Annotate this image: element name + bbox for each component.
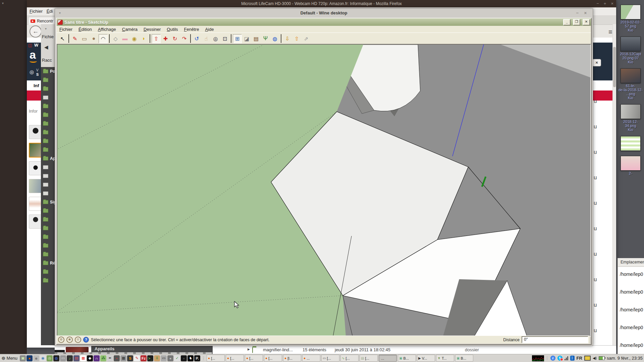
window-button[interactable]: ▶ V... <box>417 355 435 362</box>
horse-icon[interactable]: ♞ <box>187 355 194 361</box>
sidebar-item[interactable]: Ap <box>41 154 55 163</box>
sketchup-maximize-button[interactable]: ❐ <box>573 19 580 25</box>
sidebar-item[interactable] <box>41 84 55 93</box>
get-current-view-button[interactable]: ⊞ <box>233 34 242 43</box>
video-editor-icon[interactable]: ▤ <box>73 355 79 361</box>
sidebar-item[interactable] <box>41 180 55 189</box>
sidebar-item[interactable]: Sig <box>41 198 55 206</box>
amazon-logo[interactable]: a <box>30 50 37 63</box>
wine-caret-icon[interactable]: ▾ <box>59 9 61 17</box>
product-thumbnail[interactable] <box>29 125 42 139</box>
firefox-maximize-button[interactable]: + <box>604 0 606 7</box>
help-icon[interactable]: ? <box>83 337 89 343</box>
menu-button[interactable]: Menu <box>7 356 18 361</box>
battery-icon[interactable] <box>599 356 605 360</box>
sketchup-menu-item[interactable]: Caméra <box>122 27 138 32</box>
sidebar-item[interactable] <box>41 93 55 102</box>
path-cell[interactable]: /home/lep0 <box>618 302 644 320</box>
eraser-tool[interactable]: ▬ <box>120 34 129 43</box>
desktop-icon[interactable]: 2018-12- 34.png Kio <box>618 104 644 132</box>
volume-icon[interactable]: ◀) <box>593 356 597 360</box>
page-scrollbar[interactable] <box>612 24 616 348</box>
product-thumbnail[interactable] <box>29 197 42 211</box>
console-icon[interactable]: ▪ <box>114 355 120 361</box>
toolbar-separator[interactable] <box>68 34 69 43</box>
wine-minimize-button[interactable]: − <box>576 9 579 17</box>
sketchup-close-button[interactable]: ✕ <box>583 19 590 25</box>
geolocation-icon[interactable]: ◍ <box>58 337 64 343</box>
push-pull-tool[interactable]: ⇧ <box>152 34 161 43</box>
disc-burner-icon[interactable]: ◎ <box>47 355 53 361</box>
sidebar-item[interactable] <box>41 111 55 119</box>
sidebar-item[interactable] <box>41 76 55 84</box>
sketchup-menu-item[interactable]: Affichage <box>98 27 116 32</box>
display-settings-icon[interactable] <box>584 356 591 361</box>
firefox-minimize-button[interactable]: − <box>596 0 599 7</box>
category-tab-label[interactable]: Inf <box>34 83 39 88</box>
terminal2-icon[interactable]: >_ <box>147 355 153 361</box>
rotate-tool[interactable]: ↻ <box>170 34 179 43</box>
desktop-icon[interactable]: 2018-12Capt 20.png 07 Kio <box>618 37 644 64</box>
follow-me-tool[interactable]: ↷ <box>180 34 189 43</box>
toolbar-separator[interactable] <box>109 34 110 43</box>
music-player-icon[interactable]: ♪ <box>67 355 73 361</box>
sphere-icon[interactable]: ● <box>167 355 173 361</box>
window-button[interactable]: ● [l... <box>283 355 301 362</box>
file-manager-shortcuts-label[interactable]: Racc <box>42 58 52 63</box>
desktop-icon[interactable] <box>618 136 644 152</box>
window-button[interactable]: ▤ [... <box>360 355 378 362</box>
sidebar-item[interactable] <box>41 119 55 128</box>
package-icon[interactable]: ⇩ <box>154 355 160 361</box>
window-button[interactable]: ▣ B... <box>398 355 416 362</box>
robot-icon[interactable]: ☻ <box>33 355 39 361</box>
product-thumbnail[interactable] <box>29 215 42 229</box>
product-thumbnail[interactable] <box>29 161 42 175</box>
paint-bucket-tool[interactable]: ◗ <box>139 34 148 43</box>
sidebar-item[interactable] <box>41 267 55 276</box>
sidebar-item[interactable] <box>41 276 55 285</box>
skype-icon[interactable]: S <box>557 356 562 361</box>
file-manager-caret-icon[interactable]: ▾ <box>45 27 47 31</box>
credits-icon[interactable]: ◉ <box>66 337 73 343</box>
select-tool[interactable]: ↖ <box>58 34 67 43</box>
sidebar-item[interactable] <box>41 241 55 250</box>
unity-icon[interactable]: ◆ <box>87 355 93 361</box>
system-monitor-graph[interactable] <box>532 355 544 361</box>
back-button[interactable]: ← <box>30 25 42 38</box>
window-button[interactable]: ● [... <box>226 355 244 362</box>
product-thumbnail[interactable] <box>29 179 42 193</box>
bluetooth-icon[interactable]: ᛒ <box>570 356 575 361</box>
tape-measure-tool[interactable]: ◉ <box>130 34 139 43</box>
path-cell[interactable]: /home/lep0 <box>618 338 644 356</box>
distance-input[interactable]: 0" <box>522 336 588 343</box>
taskbar-clock[interactable]: sam. 9 févr., 23:35 <box>607 356 643 361</box>
firefox-icon[interactable]: ● <box>26 355 33 361</box>
circle-tool[interactable]: ● <box>89 34 98 43</box>
path-cell[interactable]: /home/lep0 <box>618 285 644 302</box>
row-folder-icon[interactable] <box>252 347 253 353</box>
pen-icon[interactable]: ✒ <box>107 355 113 361</box>
network-signal-icon[interactable] <box>565 356 568 360</box>
sketchup-canvas[interactable] <box>57 44 591 337</box>
window-button[interactable]: ∿ [... <box>340 355 359 362</box>
window-button[interactable]: ● [... <box>245 355 263 362</box>
phone-icon[interactable]: ▭ <box>60 355 66 361</box>
make-component-tool[interactable]: ◇ <box>111 34 120 43</box>
firefox-menu-edition[interactable]: Édi <box>47 7 53 15</box>
wine-close-button[interactable]: × <box>584 9 587 17</box>
sidebar-item[interactable] <box>41 102 55 111</box>
dark-orb-icon[interactable]: ◍ <box>53 355 59 361</box>
share-component-button[interactable]: ⇗ <box>302 34 311 43</box>
hamburger-menu-icon[interactable]: ≡ <box>608 28 612 36</box>
sketchup-minimize-button[interactable]: _ <box>563 19 571 25</box>
clock-check-icon[interactable]: ✓ <box>174 355 180 361</box>
headphones-icon[interactable]: ∩ <box>94 355 100 361</box>
desktop-icon[interactable]: 61-le- de-la-2018-12- ...png Kio <box>618 68 644 100</box>
sketchup-menu-item[interactable]: Outils <box>167 27 178 32</box>
screen-icon[interactable]: ▭ <box>161 355 167 361</box>
molecules-icon[interactable]: ⁂ <box>100 355 106 361</box>
sidebar-item[interactable] <box>41 215 55 224</box>
devices-section-label[interactable]: Appareils <box>95 346 114 351</box>
scrollbar-thumb[interactable] <box>613 47 616 87</box>
sidebar-item[interactable] <box>41 206 55 215</box>
